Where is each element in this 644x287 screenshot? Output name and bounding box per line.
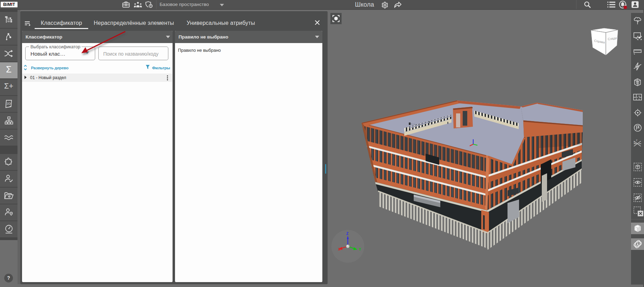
svg-text:1: 1 (634, 141, 635, 144)
svg-text:2: 2 (636, 139, 637, 141)
svg-text:X: X (338, 247, 341, 251)
svg-text:Z: Z (346, 232, 349, 236)
svg-text:Y: Y (359, 247, 361, 251)
svg-text:2D: 2D (7, 102, 11, 105)
